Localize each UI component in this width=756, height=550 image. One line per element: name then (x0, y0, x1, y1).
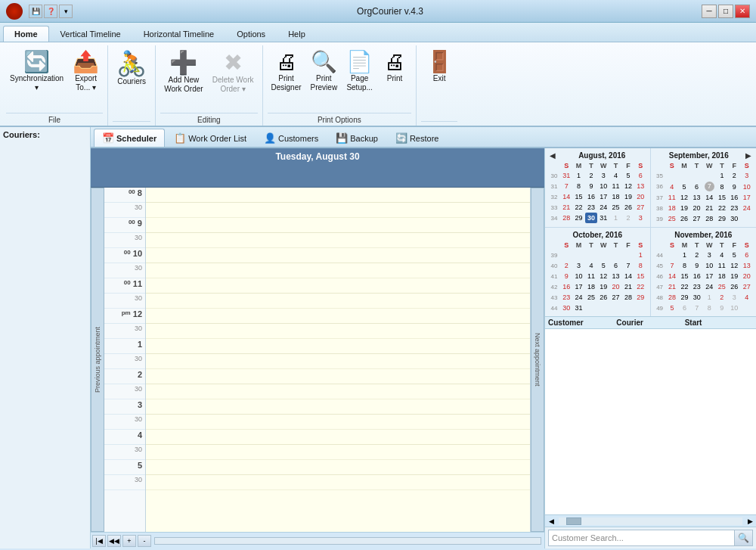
page-setup-icon: 📄 (346, 51, 373, 73)
tab-restore[interactable]: 🔄 Restore (387, 129, 448, 147)
right-panel: ◀ August, 2016 S M T W (544, 148, 756, 548)
maximize-button[interactable]: □ (718, 5, 733, 18)
file-group-label: File (6, 113, 103, 126)
add-work-order-icon: ➕ (169, 51, 197, 74)
minimize-button[interactable]: ─ (702, 5, 717, 18)
print-designer-icon: 🖨 (276, 51, 297, 73)
backup-tab-icon: 💾 (336, 132, 348, 144)
tab-backup[interactable]: 💾 Backup (327, 129, 386, 147)
print-group-label: Print Options (268, 113, 412, 126)
sep-next-btn[interactable]: ▶ (744, 151, 753, 160)
scheduler-bottom-nav: |◀ ◀◀ + - (91, 532, 544, 548)
hour-line-2 (146, 369, 530, 384)
add-work-order-button[interactable]: ➕ Add NewWork Order (160, 48, 207, 97)
sep-title: September, 2016 (654, 151, 745, 160)
aug-week-34: 34 28 29 30 31 1 2 3 (548, 213, 647, 223)
hour-line-1 (146, 339, 530, 354)
help-quick-btn[interactable]: ❓ (44, 5, 57, 18)
tab-work-order-list[interactable]: 📋 Work Order List (166, 129, 255, 147)
print-group-buttons: 🖨 PrintDesigner 🔍 PrintPreview 📄 PageSet… (268, 45, 412, 113)
sched-remove-btn[interactable]: - (138, 535, 151, 547)
h-scrollbar-track[interactable] (559, 517, 742, 525)
half-line-2 (146, 384, 530, 399)
sync-button[interactable]: 🔄 Synchronization▾ (6, 48, 67, 95)
scheduler-events-area[interactable] (146, 188, 531, 532)
save-quick-btn[interactable]: 💾 (29, 5, 42, 18)
aug-week-31: 31 7 89101112 13 (548, 181, 647, 191)
half-line-12 (146, 324, 530, 339)
ribbon-group-editing: ➕ Add NewWork Order ✖ Delete WorkOrder ▾… (156, 45, 262, 126)
title-bar: 💾 ❓ ▾ OrgCourier v.4.3 ─ □ ✕ (0, 0, 756, 23)
couriers-group-label (113, 121, 150, 126)
scroll-right-btn[interactable]: ▶ (744, 515, 756, 527)
print-icon: 🖨 (384, 51, 405, 73)
hour-line-3 (146, 399, 530, 415)
exit-group-label (421, 121, 457, 126)
scroll-left-btn[interactable]: ◀ (545, 515, 557, 527)
time-slot-1: 1 30 (104, 339, 145, 369)
h-scrollbar-thumb[interactable] (566, 517, 581, 525)
dropdown-quick-btn[interactable]: ▾ (59, 5, 73, 18)
aug-grid: S M T W T F S (548, 161, 647, 223)
export-icon: 📤 (73, 51, 99, 73)
exit-button[interactable]: 🚪 Exit (423, 48, 457, 86)
mini-cal-nov-header: November, 2016 (654, 231, 754, 239)
hour-line-8 (146, 188, 530, 203)
sched-prev-btn[interactable]: ◀◀ (107, 535, 121, 547)
tab-vertical-timeline[interactable]: Vertical Timeline (49, 26, 132, 42)
tab-scheduler[interactable]: 📅 Scheduler (94, 129, 165, 147)
tab-options[interactable]: Options (225, 26, 277, 42)
prev-appointment-label: Previous appointment (94, 327, 101, 393)
customer-search-button[interactable]: 🔍 (735, 530, 753, 546)
time-slot-8: 00 8 30 (104, 188, 145, 218)
tab-customers[interactable]: 👤 Customers (256, 129, 327, 147)
main-area: Couriers: 📅 Scheduler 📋 Work Order List … (0, 127, 756, 548)
file-group-buttons: 🔄 Synchronization▾ 📤 ExportTo... ▾ (6, 45, 103, 113)
next-appointment-button[interactable]: Next appointment (531, 188, 544, 532)
today-cell[interactable]: 30 (585, 213, 597, 223)
print-preview-button[interactable]: 🔍 PrintPreview (307, 48, 342, 95)
aug-prev-btn[interactable]: ◀ (548, 151, 557, 160)
work-order-tab-label: Work Order List (188, 134, 246, 143)
ribbon-tab-bar: Home Vertical Timeline Horizontal Timeli… (0, 23, 756, 42)
prev-appointment-button[interactable]: Previous appointment (91, 188, 104, 532)
export-button[interactable]: 📤 ExportTo... ▾ (69, 48, 103, 95)
aug-thu-header: T (609, 161, 621, 170)
delete-work-order-button[interactable]: ✖ Delete WorkOrder ▾ (209, 48, 258, 97)
ribbon-group-exit: 🚪 Exit (417, 45, 462, 126)
aug-title: August, 2016 (557, 151, 647, 160)
print-button[interactable]: 🖨 Print (378, 48, 411, 86)
appointments-scrollbar[interactable]: ◀ ▶ (545, 514, 756, 527)
scheduler-scroll-area[interactable]: 00 8 30 00 9 30 00 10 30 (104, 188, 531, 532)
page-setup-button[interactable]: 📄 PageSetup... (342, 48, 376, 95)
exit-icon: 🚪 (426, 51, 453, 73)
tab-help[interactable]: Help (277, 26, 317, 42)
print-label: Print (387, 74, 403, 83)
time-slot-10: 00 10 30 (104, 248, 145, 278)
scheduler-main: Tuesday, August 30 Previous appointment … (91, 148, 544, 548)
sched-first-btn[interactable]: |◀ (92, 535, 106, 547)
customer-search-input[interactable] (548, 530, 735, 546)
aug-sun-header: S (560, 161, 572, 170)
mini-cal-august: ◀ August, 2016 S M T W (545, 148, 651, 228)
content-panel: 📅 Scheduler 📋 Work Order List 👤 Customer… (91, 127, 756, 548)
mini-cal-september: September, 2016 ▶ S MTWTF S (651, 148, 757, 228)
exit-group-buttons: 🚪 Exit (423, 45, 457, 121)
sched-add-btn[interactable]: + (122, 535, 136, 547)
quick-access-toolbar: 💾 ❓ ▾ (29, 5, 73, 18)
delete-work-order-icon: ✖ (224, 51, 243, 74)
sep-grid: S MTWTF S 35 12 3 (654, 161, 754, 224)
print-designer-button[interactable]: 🖨 PrintDesigner (268, 48, 305, 95)
mini-cal-oct-header: October, 2016 (548, 231, 647, 239)
mini-cal-november: November, 2016 S MTWTF S (651, 228, 757, 316)
close-button[interactable]: ✕ (735, 5, 750, 18)
couriers-button[interactable]: 🚴 Couriers (113, 48, 150, 89)
ribbon: 🔄 Synchronization▾ 📤 ExportTo... ▾ File … (0, 42, 756, 127)
customer-col-header: Customer (548, 319, 616, 327)
aug-fri-header: F (622, 161, 634, 170)
sched-h-scrollbar[interactable] (154, 537, 541, 545)
tab-home[interactable]: Home (3, 26, 49, 42)
tab-horizontal-timeline[interactable]: Horizontal Timeline (132, 26, 226, 42)
couriers-label: Couriers: (3, 130, 87, 139)
time-column: 00 8 30 00 9 30 00 10 30 (104, 188, 146, 532)
